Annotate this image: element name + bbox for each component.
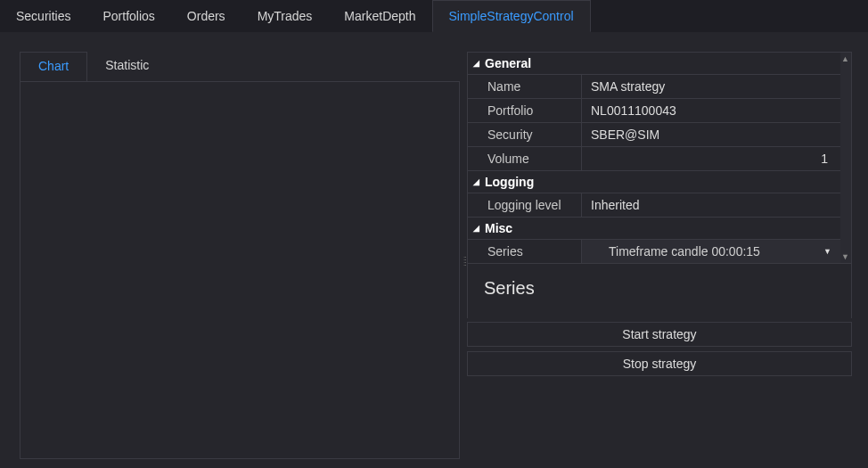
- label-logging-level: Logging level: [468, 193, 582, 217]
- tab-mytrades[interactable]: MyTrades: [242, 0, 329, 32]
- main-tab-bar: Securities Portfolios Orders MyTrades Ma…: [0, 0, 868, 32]
- value-series-dropdown[interactable]: Timeframe candle 00:00:15 ▼: [582, 240, 840, 263]
- expander-icon[interactable]: ◢: [473, 224, 479, 233]
- value-security[interactable]: SBER@SIM: [582, 123, 840, 146]
- scrollbar[interactable]: ▲ ▼: [840, 53, 851, 263]
- value-logging-level[interactable]: Inherited: [582, 193, 840, 217]
- section-misc-label: Misc: [485, 221, 512, 235]
- chart-area: [20, 81, 460, 459]
- inner-tab-chart[interactable]: Chart: [20, 52, 87, 82]
- expander-icon[interactable]: ◢: [473, 177, 479, 186]
- tab-securities[interactable]: Securities: [0, 0, 86, 32]
- content-area: Chart Statistic ········ ▲ ▼ ◢ General N…: [0, 32, 868, 468]
- row-security: Security SBER@SIM: [468, 122, 840, 146]
- tab-orders[interactable]: Orders: [171, 0, 242, 32]
- tab-marketdepth[interactable]: MarketDepth: [328, 0, 431, 32]
- chevron-down-icon: ▼: [823, 247, 831, 256]
- value-name[interactable]: SMA strategy: [582, 75, 840, 98]
- scroll-down-icon[interactable]: ▼: [841, 252, 849, 261]
- section-general-label: General: [485, 56, 531, 70]
- label-volume: Volume: [468, 147, 582, 170]
- tab-portfolios[interactable]: Portfolios: [86, 0, 170, 32]
- start-strategy-button[interactable]: Start strategy: [467, 322, 852, 347]
- expander-icon[interactable]: ◢: [473, 59, 479, 68]
- right-pane: ········ ▲ ▼ ◢ General Name SMA strategy…: [467, 52, 852, 459]
- stop-strategy-button[interactable]: Stop strategy: [467, 351, 852, 376]
- value-portfolio[interactable]: NL0011100043: [582, 99, 840, 122]
- value-volume[interactable]: 1: [582, 147, 840, 170]
- section-misc[interactable]: ◢ Misc: [468, 217, 840, 239]
- left-pane: Chart Statistic: [20, 52, 460, 459]
- label-name: Name: [468, 75, 582, 98]
- label-security: Security: [468, 123, 582, 146]
- description-title: Series: [484, 278, 535, 298]
- row-series: Series Timeframe candle 00:00:15 ▼: [468, 239, 840, 263]
- label-portfolio: Portfolio: [468, 99, 582, 122]
- row-logging-level: Logging level Inherited: [468, 193, 840, 217]
- inner-tab-statistic[interactable]: Statistic: [87, 52, 167, 82]
- inner-tab-bar: Chart Statistic: [20, 52, 460, 82]
- tab-simplestrategycontrol[interactable]: SimpleStrategyControl: [432, 0, 591, 32]
- property-grid: ▲ ▼ ◢ General Name SMA strategy Portfoli…: [467, 52, 852, 264]
- button-stack: Start strategy Stop strategy: [467, 322, 852, 376]
- row-volume: Volume 1: [468, 146, 840, 170]
- scroll-up-icon[interactable]: ▲: [841, 54, 849, 63]
- row-portfolio: Portfolio NL0011100043: [468, 98, 840, 122]
- row-name: Name SMA strategy: [468, 74, 840, 98]
- label-series: Series: [468, 240, 582, 263]
- section-logging[interactable]: ◢ Logging: [468, 170, 840, 193]
- description-panel: Series: [467, 264, 852, 318]
- value-series-text: Timeframe candle 00:00:15: [609, 244, 760, 259]
- section-general[interactable]: ◢ General: [468, 53, 840, 74]
- section-logging-label: Logging: [485, 175, 534, 189]
